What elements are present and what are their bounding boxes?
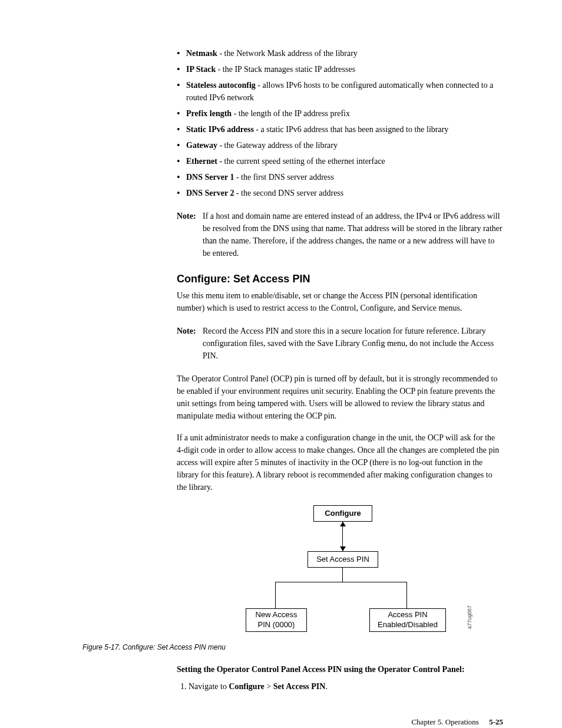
- page-number: 5-25: [489, 717, 503, 726]
- term: Ethernet: [186, 157, 217, 166]
- page-footer: Chapter 5. Operations 5-25: [82, 716, 503, 728]
- note-label: Note:: [177, 325, 203, 337]
- desc: - the length of the IP address prefix: [232, 109, 350, 118]
- diagram-box-access-pin-enabled: Access PIN Enabled/Disabled: [369, 608, 446, 632]
- diagram-box-new-access-pin: New Access PIN (0000): [246, 608, 307, 632]
- figure-caption: Figure 5-17. Configure: Set Access PIN m…: [82, 642, 503, 653]
- connector-line: [342, 568, 343, 582]
- menu-path: Set Access PIN: [273, 682, 326, 691]
- note-dns: Note: If a host and domain name are ente…: [177, 210, 503, 259]
- step-text: Navigate to: [189, 682, 229, 691]
- list-item: IP Stack - the IP Stack manages static I…: [177, 63, 503, 75]
- desc: - the Network Mask address of the librar…: [217, 49, 358, 58]
- sep: >: [265, 682, 273, 691]
- note-record-pin: Note: Record the Access PIN and store th…: [177, 325, 503, 362]
- figure-diagram: Configure Set Access PIN New Access PIN …: [177, 505, 503, 635]
- list-item: Static IPv6 address - a static IPv6 addr…: [177, 123, 503, 136]
- list-item: DNS Server 1 - the first DNS server addr…: [177, 171, 503, 183]
- ocp-para-1: The Operator Control Panel (OCP) pin is …: [177, 373, 503, 422]
- network-bullet-list: Netmask - the Network Mask address of th…: [177, 47, 503, 199]
- section-intro: Use this menu item to enable/disable, se…: [177, 289, 503, 314]
- note-text: Record the Access PIN and store this in …: [203, 325, 503, 362]
- chapter-label: Chapter 5. Operations: [411, 717, 478, 726]
- connector-line: [275, 582, 276, 608]
- list-item: Gateway - the Gateway address of the lib…: [177, 139, 503, 151]
- desc: - the second DNS server address: [234, 189, 343, 197]
- diagram-box-set-access-pin: Set Access PIN: [308, 551, 378, 568]
- box-line1: Access PIN: [388, 610, 427, 619]
- section-heading: Configure: Set Access PIN: [177, 271, 503, 287]
- desc: - the Gateway address of the library: [217, 141, 338, 150]
- diagram-box-configure: Configure: [313, 505, 372, 522]
- list-item: Prefix length - the length of the IP add…: [177, 107, 503, 120]
- procedure-heading: Setting the Operator Control Panel Acces…: [177, 663, 503, 676]
- menu-diagram: Configure Set Access PIN New Access PIN …: [222, 505, 458, 635]
- term: Stateless autoconfig: [186, 81, 256, 90]
- arrow-up-icon: [340, 522, 346, 526]
- desc: - a static IPv6 address that has been as…: [254, 125, 448, 134]
- list-item: DNS Server 2 - the second DNS server add…: [177, 187, 503, 199]
- note-label: Note:: [177, 210, 203, 222]
- step-text: .: [325, 682, 328, 691]
- note-text: If a host and domain name are entered in…: [203, 210, 503, 259]
- term: Gateway: [186, 141, 217, 150]
- term: Netmask: [186, 49, 217, 58]
- connector-line: [406, 582, 407, 608]
- list-item: Stateless autoconfig - allows IPv6 hosts…: [177, 79, 503, 104]
- term: Prefix length: [186, 109, 232, 118]
- term: DNS Server 1: [186, 173, 234, 182]
- box-line2: Enabled/Disabled: [378, 620, 438, 629]
- arrow-down-icon: [340, 546, 346, 551]
- menu-path: Configure: [229, 682, 264, 691]
- desc: - the first DNS server address: [234, 173, 334, 182]
- procedure-steps: Navigate to Configure > Set Access PIN.: [177, 680, 503, 693]
- desc: - the IP Stack manages static IP address…: [216, 65, 355, 74]
- desc: - the current speed setting of the ether…: [217, 157, 385, 166]
- connector-line: [275, 582, 407, 582]
- diagram-ref-id: a77ug057: [466, 605, 474, 629]
- term: IP Stack: [186, 65, 216, 74]
- box-line1: New Access: [256, 610, 297, 619]
- step-item: Navigate to Configure > Set Access PIN.: [189, 680, 503, 693]
- list-item: Netmask - the Network Mask address of th…: [177, 47, 503, 60]
- term: Static IPv6 address: [186, 125, 254, 134]
- list-item: Ethernet - the current speed setting of …: [177, 155, 503, 167]
- ocp-para-2: If a unit administrator needs to make a …: [177, 431, 503, 493]
- term: DNS Server 2: [186, 189, 234, 197]
- box-line2: PIN (0000): [258, 620, 295, 629]
